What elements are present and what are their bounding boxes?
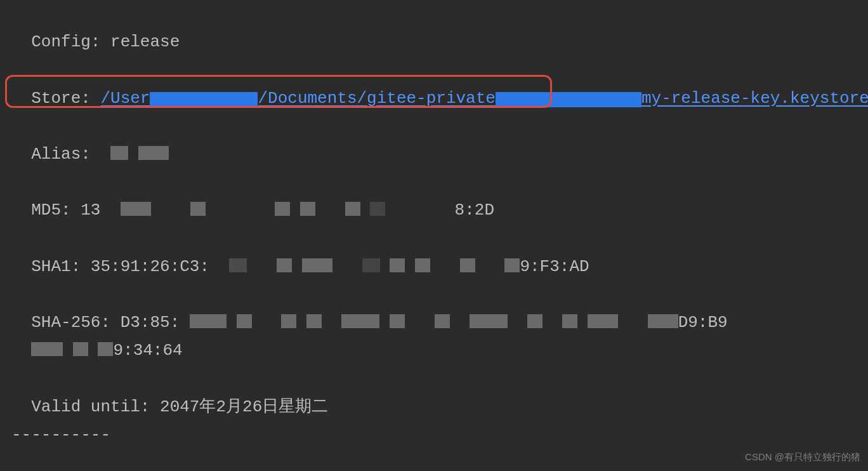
config-line: Config: release — [11, 0, 857, 56]
sha1-start: 35:91:26:C3: — [91, 257, 209, 276]
sha1-end: 9:F3:AD — [520, 257, 589, 276]
valid-value: 2047年2月26日星期二 — [160, 397, 328, 416]
sha256-label: SHA-256: — [31, 313, 110, 332]
sha256-line: SHA-256: D3:85: D9:B9 — [11, 281, 857, 336]
md5-end: 8:2D — [455, 201, 494, 220]
sha1-label: SHA1: — [31, 257, 81, 276]
sha256-end: 9:34:64 — [113, 341, 182, 360]
watermark: CSDN @有只特立独行的猪 — [745, 449, 860, 465]
alias-line: Alias: — [11, 112, 857, 168]
md5-start: 13 — [81, 201, 100, 220]
valid-label: Valid until: — [31, 397, 150, 416]
config-label: Config: — [31, 32, 100, 51]
sha256-mid: D9:B9 — [678, 313, 728, 332]
valid-line: Valid until: 2047年2月26日星期二 — [11, 364, 857, 420]
store-path[interactable]: /User/Documents/gitee-privatemy-release-… — [100, 89, 868, 108]
separator-line: ---------- — [11, 421, 857, 449]
config-value: release — [110, 32, 180, 51]
sha1-line: SHA1: 35:91:26:C3: 9:F3:AD — [11, 225, 857, 281]
blank-line — [11, 449, 857, 471]
sha256-start: D3:85: — [121, 313, 180, 332]
store-label: Store: — [31, 89, 91, 108]
sha256-line2: 9:34:64 — [11, 336, 857, 364]
store-line: Store: /User/Documents/gitee-privatemy-r… — [11, 56, 857, 112]
md5-line: MD5: 13 8:2D — [11, 168, 857, 224]
alias-label: Alias: — [31, 145, 91, 164]
md5-label: MD5: — [31, 201, 70, 220]
